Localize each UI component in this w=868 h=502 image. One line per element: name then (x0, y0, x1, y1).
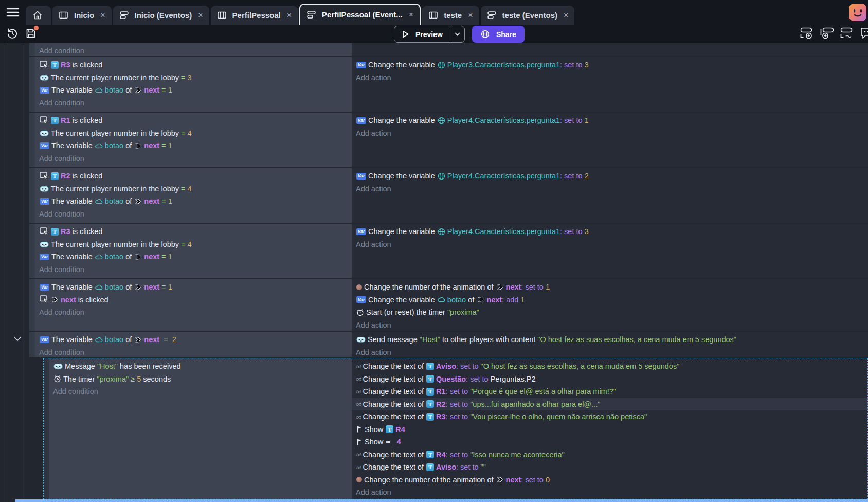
events-list: Add conditionTR3 is clickedThe current p… (29, 43, 868, 499)
action-row[interactable]: txtChange the text of TR1: set to "Porqu… (352, 385, 867, 398)
menu-icon[interactable] (0, 0, 26, 25)
add-condition-button[interactable]: Add condition (35, 346, 352, 359)
action-row[interactable]: VarChange the variable botao of next: ad… (352, 294, 868, 307)
preview-button[interactable]: Preview (394, 26, 465, 43)
condition-row[interactable]: Message "Host" has been received (49, 360, 352, 373)
history-icon[interactable] (6, 27, 19, 40)
add-subevent-icon[interactable] (820, 27, 834, 39)
action-row[interactable]: VarChange the variable Player4.Caracterí… (352, 225, 868, 238)
event-gutter[interactable] (29, 43, 35, 56)
event-gutter[interactable] (29, 279, 35, 331)
tab-close-icon[interactable]: × (409, 10, 413, 20)
profile-avatar[interactable] (849, 4, 866, 21)
events-toolbar-icons (800, 27, 868, 39)
actions-panel (352, 43, 868, 56)
tab-perfilpessoal-eventos[interactable]: PerfilPessoal (Event...× (299, 4, 421, 25)
save-icon[interactable] (25, 28, 37, 39)
action-row[interactable]: Change the number of the animation of ne… (352, 474, 867, 487)
actions-panel: txtChange the text of TAviso: set to "O … (352, 358, 867, 499)
tab-home[interactable] (26, 6, 51, 25)
tab-label: teste (Eventos) (502, 11, 558, 20)
event-gutter[interactable] (29, 168, 35, 223)
condition-row[interactable]: The current player number in the lobby =… (35, 238, 352, 251)
collapse-chevron-icon[interactable] (14, 334, 21, 344)
tab-teste[interactable]: teste× (422, 6, 479, 25)
events-sheet: Add conditionTR3 is clickedThe current p… (0, 43, 868, 502)
condition-row[interactable]: TR2 is clicked (35, 170, 352, 183)
event-partial: Add condition (29, 43, 868, 56)
action-row[interactable]: VarChange the variable Player4.Caracterí… (352, 114, 868, 127)
add-action-button[interactable]: Add action (352, 71, 868, 84)
add-action-button[interactable]: Add action (352, 183, 868, 195)
add-condition-button[interactable]: Add condition (35, 152, 352, 165)
add-condition-button[interactable]: Add condition (35, 263, 352, 276)
condition-row[interactable]: The timer "proxima" ≥ 5 seconds (49, 373, 352, 386)
event-gutter[interactable] (29, 57, 35, 112)
condition-row[interactable]: TR1 is clicked (35, 114, 352, 127)
action-row[interactable]: VarChange the variable Player3.Caracterí… (352, 59, 868, 71)
condition-row[interactable]: TR3 is clicked (35, 225, 352, 238)
tab-teste-eventos[interactable]: teste (Eventos)× (481, 6, 575, 25)
add-action-button[interactable]: Add action (352, 486, 867, 499)
condition-row[interactable]: VarThe variable botao of next = 1 (35, 250, 352, 263)
next-icon (496, 476, 504, 483)
tab-inicio-eventos[interactable]: Inicio (Eventos)× (113, 6, 209, 25)
events-icon (487, 11, 496, 19)
add-condition-button[interactable]: Add condition (35, 97, 352, 110)
add-action-button[interactable]: Add action (352, 346, 868, 359)
condition-row[interactable]: VarThe variable botao of next = 1 (35, 84, 352, 97)
action-row[interactable]: txtChange the text of TR3: set to "Vou p… (352, 410, 867, 423)
condition-row[interactable]: The current player number in the lobby =… (35, 127, 352, 140)
event-gutter[interactable] (44, 358, 49, 499)
condition-row[interactable]: next is clicked (35, 294, 352, 307)
play-icon (402, 30, 409, 38)
condition-row[interactable]: The current player number in the lobby =… (35, 71, 352, 84)
add-action-button[interactable]: Add action (352, 127, 868, 140)
preview-dropdown-button[interactable] (450, 26, 464, 42)
action-row[interactable]: txtChange the text of TQuestão: set to P… (352, 373, 867, 386)
action-row[interactable]: Show _4 (352, 436, 867, 449)
add-condition-button[interactable]: Add condition (35, 208, 352, 221)
add-comment-icon[interactable] (860, 27, 868, 39)
indent-guide (22, 43, 22, 502)
tab-close-icon[interactable]: × (287, 11, 292, 20)
action-row[interactable]: txtChange the text of TR2: set to "ups..… (352, 398, 867, 411)
tab-close-icon[interactable]: × (468, 11, 473, 20)
actions-panel: Send message "Host" to other players wit… (352, 332, 868, 357)
condition-row[interactable]: VarThe variable botao of next = 1 (35, 139, 352, 152)
add-condition-button[interactable]: Add condition (49, 385, 352, 398)
choose-event-icon[interactable] (840, 27, 854, 39)
action-row[interactable]: txtChange the text of TAviso: set to "" (352, 461, 867, 474)
tab-inicio[interactable]: Inicio× (52, 6, 112, 25)
action-row[interactable]: txtChange the text of TAviso: set to "O … (352, 360, 867, 373)
action-row[interactable]: Send message "Host" to other players wit… (352, 333, 868, 346)
condition-row[interactable]: TR3 is clicked (35, 59, 352, 71)
conditions-panel: TR2 is clickedThe current player number … (35, 168, 352, 223)
tab-perfilpessoal[interactable]: PerfilPessoal× (211, 6, 298, 25)
tab-close-icon[interactable]: × (564, 11, 568, 20)
action-row[interactable]: Show TR4 (352, 423, 867, 436)
condition-row[interactable]: The current player number in the lobby =… (35, 183, 352, 195)
add-condition-button[interactable]: Add condition (35, 45, 352, 58)
action-row[interactable]: txtChange the text of TR4: set to "Isso … (352, 449, 867, 461)
share-button[interactable]: Share (472, 26, 525, 43)
click-icon (40, 172, 48, 181)
add-action-button[interactable]: Add action (352, 319, 868, 332)
event-host-received: Message "Host" has been receivedThe time… (43, 358, 868, 499)
action-row[interactable]: Start (or reset) the timer "proxima" (352, 306, 868, 319)
condition-row[interactable]: VarThe variable botao of next = 1 (35, 281, 352, 294)
condition-row[interactable]: VarThe variable botao of next = 1 (35, 195, 352, 208)
cloud-icon (95, 199, 103, 204)
event-gutter[interactable] (29, 224, 35, 278)
add-condition-button[interactable]: Add condition (35, 306, 352, 319)
action-row[interactable]: Change the number of the animation of ne… (352, 281, 868, 294)
tab-close-icon[interactable]: × (198, 11, 203, 20)
action-row[interactable]: VarChange the variable Player4.Caracterí… (352, 170, 868, 183)
add-action-button[interactable]: Add action (352, 238, 868, 251)
click-icon (40, 116, 48, 125)
event-gutter[interactable] (29, 113, 35, 167)
tab-close-icon[interactable]: × (100, 11, 105, 20)
add-event-icon[interactable] (800, 27, 814, 39)
event-gutter[interactable] (29, 332, 35, 357)
condition-row[interactable]: VarThe variable botao of next = 2 (35, 333, 352, 346)
